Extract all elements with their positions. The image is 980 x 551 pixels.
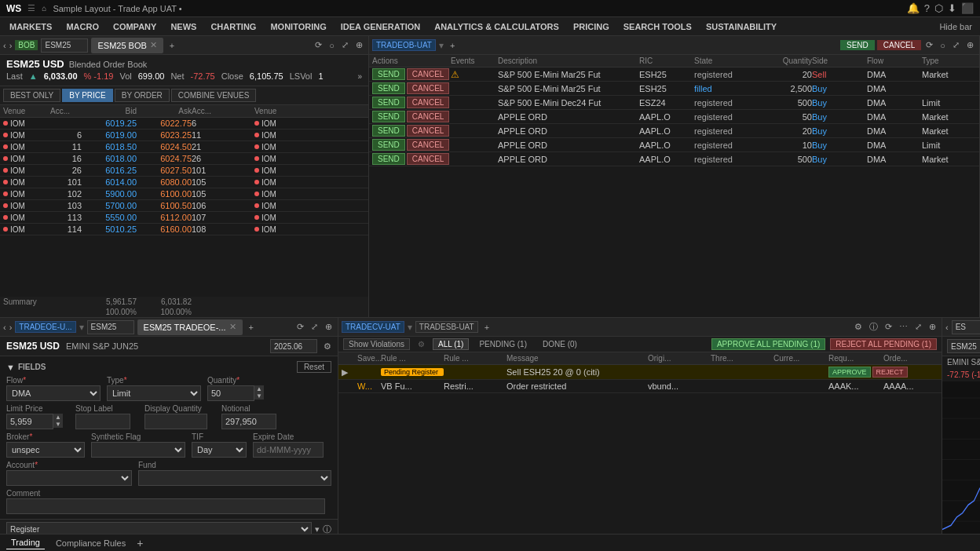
order-book-search[interactable] <box>41 38 88 53</box>
cancel-all-btn[interactable]: CANCEL <box>877 40 922 50</box>
qty-down-btn[interactable]: ▼ <box>254 392 264 400</box>
expand-btn[interactable]: ⤢ <box>339 39 351 51</box>
row-send-btn[interactable]: SEND <box>372 111 405 122</box>
approve-all-btn[interactable]: APPROVE ALL PENDING (1) <box>711 338 825 350</box>
form-tab[interactable]: ESM25 TRADEOE-... ✕ <box>137 319 243 335</box>
overflow-icon[interactable]: » <box>357 72 362 81</box>
menu-news[interactable]: NEWS <box>164 20 203 33</box>
row-send-btn[interactable]: SEND <box>372 153 405 165</box>
limit-down-btn[interactable]: ▼ <box>53 421 63 428</box>
row-expand-icon[interactable]: ▶ <box>342 367 357 378</box>
orders-add-btn[interactable]: ⊕ <box>964 39 976 51</box>
show-violations-btn[interactable]: Show Violations <box>343 338 410 350</box>
menu-monitoring[interactable]: MONITORING <box>264 20 332 33</box>
download-icon[interactable]: ⬇ <box>948 2 956 14</box>
comment-input[interactable] <box>6 498 325 514</box>
orders-add-tab[interactable]: + <box>447 41 458 50</box>
broker-select[interactable]: unspec <box>6 442 85 458</box>
quantity-input[interactable] <box>207 385 254 401</box>
tab-all[interactable]: ALL (1) <box>433 338 469 350</box>
form-add-tab[interactable]: + <box>246 323 257 332</box>
reject-row-btn[interactable]: REJECT <box>872 367 908 378</box>
refresh-btn[interactable]: ⟳ <box>313 39 324 51</box>
send-all-btn[interactable]: SEND <box>840 40 875 50</box>
form-settings-icon[interactable]: ⚙ <box>324 341 331 352</box>
orders-refresh-btn[interactable]: ⟳ <box>923 39 935 51</box>
expire-input[interactable] <box>253 442 324 458</box>
menu-charting[interactable]: CHARTING <box>204 20 262 33</box>
fund-select[interactable] <box>138 470 331 486</box>
reset-btn[interactable]: Reset <box>297 361 331 373</box>
compliance-add-tab[interactable]: + <box>481 323 492 332</box>
orders-expand-btn[interactable]: ⤢ <box>950 39 962 51</box>
tab-done[interactable]: DONE (0) <box>537 338 583 350</box>
home-icon[interactable]: ⌂ <box>42 4 46 13</box>
compliance-refresh[interactable]: ⟳ <box>883 321 894 333</box>
limit-up-btn[interactable]: ▲ <box>53 414 63 421</box>
tradesb-tag[interactable]: TRADESB-UAT <box>415 321 478 333</box>
order-book-add-tab[interactable]: + <box>166 41 177 50</box>
add-btn[interactable]: ⊕ <box>353 39 365 51</box>
reject-all-btn[interactable]: REJECT ALL PENDING (1) <box>830 338 937 350</box>
display-qty-input[interactable] <box>144 414 207 429</box>
external-icon[interactable]: ⬡ <box>934 2 943 14</box>
orders-circle-btn[interactable]: ○ <box>938 40 948 51</box>
order-book-tab[interactable]: ESM25 BOB ✕ <box>91 38 163 53</box>
tab-by-order[interactable]: BY ORDER <box>115 89 170 102</box>
help-icon[interactable]: ? <box>924 2 930 14</box>
chart-search[interactable] <box>952 320 980 334</box>
compliance-icon-settings[interactable]: ⚙ <box>415 339 428 349</box>
register-chevron[interactable]: ▾ <box>315 524 320 535</box>
hamburger-icon[interactable]: ☰ <box>27 3 35 13</box>
row-cancel-btn[interactable]: CANCEL <box>407 82 450 94</box>
row-cancel-btn[interactable]: CANCEL <box>407 97 450 108</box>
forward-icon[interactable]: › <box>9 41 13 50</box>
back-icon[interactable]: ‹ <box>3 41 6 50</box>
row-cancel-btn[interactable]: CANCEL <box>407 111 450 122</box>
compliance-icon1[interactable]: ⚙ <box>852 321 865 333</box>
limit-price-input[interactable] <box>6 414 53 429</box>
chart-back-icon[interactable]: ‹ <box>945 323 949 332</box>
hide-bar-btn[interactable]: Hide bar <box>934 20 977 33</box>
form-expand-btn[interactable]: ⤢ <box>309 321 320 333</box>
approve-row-btn[interactable]: APPROVE <box>828 367 871 378</box>
bottom-tab-add[interactable]: + <box>137 537 143 549</box>
menu-sustainability[interactable]: SUSTAINABILITY <box>700 20 783 33</box>
menu-markets[interactable]: MARKETS <box>3 20 58 33</box>
tradeob-chevron[interactable]: ▾ <box>439 40 444 51</box>
menu-pricing[interactable]: PRICING <box>567 20 616 33</box>
back-icon2[interactable]: ‹ <box>3 323 6 332</box>
compliance-expand[interactable]: ⤢ <box>912 321 924 333</box>
tif-select[interactable]: Day <box>192 442 247 458</box>
menu-macro[interactable]: MACRO <box>60 20 105 33</box>
form-settings-btn[interactable]: ⊕ <box>323 321 335 333</box>
forward-icon2[interactable]: › <box>9 323 13 332</box>
row-send-btn[interactable]: SEND <box>372 68 405 80</box>
compliance-more[interactable]: ⋯ <box>897 321 910 333</box>
row-cancel-btn[interactable]: CANCEL <box>407 125 450 137</box>
window-icon[interactable]: ⬛ <box>961 2 974 14</box>
tab-combine-venues[interactable]: COMBINE VENUES <box>171 89 257 102</box>
compliance-add[interactable]: ⊕ <box>927 321 938 333</box>
qty-up-btn[interactable]: ▲ <box>254 385 264 392</box>
row-send-btn[interactable]: SEND <box>372 82 405 94</box>
menu-company[interactable]: COMPANY <box>107 20 163 33</box>
notional-input[interactable] <box>221 414 276 429</box>
bottom-tab-compliance[interactable]: Compliance Rules <box>51 537 130 549</box>
account-select[interactable] <box>6 470 132 486</box>
notification-icon[interactable]: 🔔 <box>907 2 920 14</box>
form-date[interactable] <box>270 339 317 353</box>
tab-best-only[interactable]: BEST ONLY <box>3 89 60 102</box>
form-refresh-btn[interactable]: ⟳ <box>294 321 306 333</box>
row-send-btn[interactable]: SEND <box>372 125 405 137</box>
row-send-btn[interactable]: SEND <box>372 139 405 151</box>
synthetic-select[interactable] <box>91 442 185 458</box>
stop-input[interactable] <box>75 414 130 429</box>
menu-idea-generation[interactable]: IDEA GENERATION <box>335 20 426 33</box>
circle-btn[interactable]: ○ <box>327 40 337 51</box>
form-search[interactable] <box>87 320 134 334</box>
row-send-btn[interactable]: SEND <box>372 97 405 108</box>
row-cancel-btn[interactable]: CANCEL <box>407 153 450 165</box>
type-select[interactable]: Limit <box>107 385 201 401</box>
row-cancel-btn[interactable]: CANCEL <box>407 139 450 151</box>
